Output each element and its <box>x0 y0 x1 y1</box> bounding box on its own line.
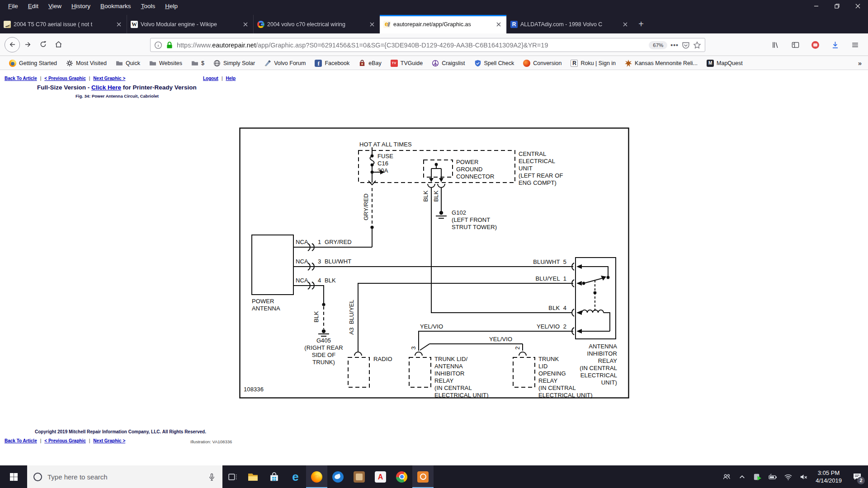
tab-title: ALLDATAdiy.com - 1998 Volvo C <box>520 21 618 28</box>
edge-taskbar-icon[interactable] <box>285 465 306 488</box>
bookmark-item[interactable]: $ <box>188 58 208 68</box>
browser-tab[interactable]: 2004 T5 C70 aerial issue ( not t <box>0 15 127 33</box>
store-taskbar-icon[interactable] <box>264 465 285 488</box>
firefox-taskbar-icon[interactable] <box>306 465 327 488</box>
file-explorer-taskbar-icon[interactable] <box>242 465 264 488</box>
bookmark-item[interactable]: Most Visited <box>62 58 110 68</box>
bookmark-item[interactable]: TVGuide <box>387 58 426 68</box>
zoom-level-badge[interactable]: 67% <box>649 41 667 49</box>
page-actions-icon[interactable]: ••• <box>670 42 679 49</box>
bookmark-star-icon[interactable] <box>693 41 701 49</box>
close-icon[interactable] <box>847 0 868 12</box>
tab-close-icon[interactable] <box>621 20 629 28</box>
adblock-icon[interactable] <box>807 37 823 52</box>
eautorepair-favicon-icon <box>383 21 391 28</box>
bookmark-item[interactable]: Quick <box>112 58 144 68</box>
thunderbird-taskbar-icon[interactable] <box>327 465 349 488</box>
previous-graphic-link[interactable]: < Previous Graphic <box>44 76 85 81</box>
restore-icon[interactable] <box>826 0 847 12</box>
start-button[interactable] <box>0 465 27 488</box>
pocket-icon[interactable] <box>682 41 690 49</box>
bookmark-item[interactable]: Getting Started <box>5 58 61 68</box>
bookmark-item[interactable]: Simply Solar <box>210 58 259 68</box>
previous-graphic-link[interactable]: < Previous Graphic <box>44 438 85 443</box>
task-view-icon[interactable] <box>222 465 242 488</box>
menu-edit[interactable]: Edit <box>24 1 43 11</box>
back-icon[interactable] <box>5 37 20 52</box>
library-icon[interactable] <box>768 37 783 52</box>
bookmark-item[interactable]: Websites <box>146 58 186 68</box>
menu-view[interactable]: View <box>44 1 66 11</box>
browser-tab[interactable]: 2004 volvo c70 electrical wiring <box>253 15 380 33</box>
bookmark-item[interactable]: Facebook <box>311 58 353 68</box>
logout-link[interactable]: Logout <box>203 76 218 81</box>
url-text[interactable]: https://www.eautorepair.net/app/Graphic.… <box>177 42 646 49</box>
bookmark-item[interactable]: Conversion <box>519 58 565 68</box>
browser-tab[interactable]: eautorepair.net/app/Graphic.as <box>380 15 506 33</box>
diagram-label: GRY/RED <box>325 239 352 246</box>
bookmark-item[interactable]: MapQuest <box>703 58 746 68</box>
acrobat-taskbar-icon[interactable] <box>370 465 391 488</box>
tv-icon <box>391 60 398 67</box>
tab-close-icon[interactable] <box>495 20 503 28</box>
media-icon[interactable] <box>750 465 765 488</box>
back-to-article-link[interactable]: Back To Article <box>5 76 37 81</box>
help-link[interactable]: Help <box>226 76 236 81</box>
https-lock-icon[interactable] <box>165 41 174 49</box>
bookmark-item[interactable]: Kansas Mennonite Reli... <box>621 58 701 68</box>
volume-muted-icon[interactable] <box>796 465 811 488</box>
photos-taskbar-icon[interactable] <box>349 465 370 488</box>
tab-close-icon[interactable] <box>115 20 123 28</box>
menu-file[interactable]: File <box>4 1 23 11</box>
chrome-taskbar-icon[interactable] <box>391 465 412 488</box>
bookmark-label: Craigslist <box>442 60 465 66</box>
download-icon[interactable] <box>827 37 843 52</box>
diagram-label: 108336 <box>244 386 264 393</box>
page-info-icon[interactable] <box>154 41 162 49</box>
brush-icon <box>264 60 271 67</box>
reload-icon[interactable] <box>35 37 51 52</box>
battery-icon[interactable] <box>765 465 780 488</box>
notifications-icon[interactable]: 2 <box>846 465 868 488</box>
taskbar-clock[interactable]: 3:05 PM 4/14/2019 <box>811 469 846 484</box>
burst-icon <box>625 60 632 67</box>
menu-help[interactable]: Help <box>160 1 182 11</box>
alarm-taskbar-icon[interactable] <box>412 465 434 488</box>
diagram-label: BLK <box>325 277 336 284</box>
cortana-icon[interactable] <box>33 473 42 481</box>
bookmark-item[interactable]: Volvo Forum <box>260 58 309 68</box>
microphone-icon[interactable] <box>208 473 216 481</box>
minimize-icon[interactable] <box>806 0 826 12</box>
wifi-icon[interactable] <box>780 465 796 488</box>
url-bar[interactable]: https://www.eautorepair.net/app/Graphic.… <box>150 38 705 52</box>
browser-tab[interactable]: ALLDATAdiy.com - 1998 Volvo C <box>506 15 633 33</box>
menu-tools[interactable]: Tools <box>137 1 160 11</box>
home-icon[interactable] <box>51 37 66 52</box>
firefox-icon <box>9 60 16 67</box>
tab-close-icon[interactable] <box>241 20 250 28</box>
forward-icon[interactable] <box>20 37 35 52</box>
menu-hamburger-icon[interactable] <box>847 37 863 52</box>
menu-history[interactable]: History <box>67 1 95 11</box>
hidden-icons-icon[interactable] <box>734 465 750 488</box>
bookmark-item[interactable]: Roku | Sign in <box>567 58 619 68</box>
bookmark-item[interactable]: Craigslist <box>428 58 468 68</box>
next-graphic-link[interactable]: Next Graphic > <box>93 76 125 81</box>
next-graphic-link[interactable]: Next Graphic > <box>93 438 125 443</box>
gear-icon <box>66 60 73 67</box>
search-placeholder: Type here to search <box>47 473 202 481</box>
back-to-article-link[interactable]: Back To Article <box>5 438 37 443</box>
sidebar-icon[interactable] <box>788 37 803 52</box>
diagram-label: CENTRAL ELECTRICAL UNIT (LEFT REAR OF EN… <box>519 150 563 187</box>
new-tab-button[interactable]: + <box>633 15 649 33</box>
browser-tab[interactable]: Volvo Modular engine - Wikipe <box>127 15 253 33</box>
taskbar-search-input[interactable]: Type here to search <box>27 465 222 488</box>
tab-close-icon[interactable] <box>368 20 376 28</box>
menu-bookmarks[interactable]: Bookmarks <box>96 1 136 11</box>
bookmark-item[interactable]: eBay <box>355 58 385 68</box>
bookmark-item[interactable]: Spell Check <box>471 58 518 68</box>
bookmarks-overflow-icon[interactable]: » <box>858 59 862 67</box>
printer-ready-link[interactable]: Click Here <box>91 84 121 91</box>
people-icon[interactable] <box>719 465 734 488</box>
clock-time: 3:05 PM <box>816 469 842 477</box>
